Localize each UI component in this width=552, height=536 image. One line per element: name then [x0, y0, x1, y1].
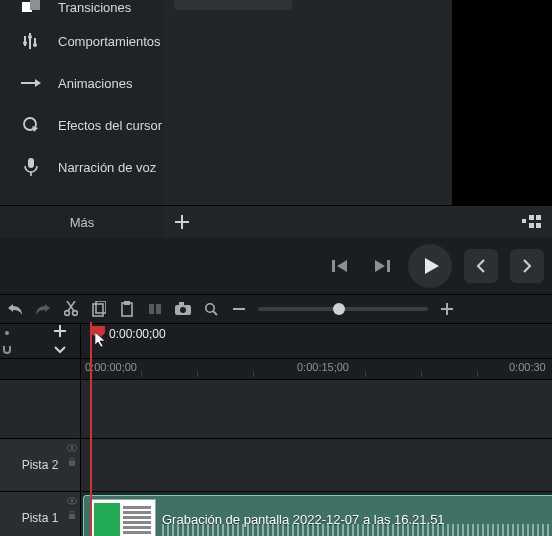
track-row: Pista 1 Grabación de pantalla 2022-12-07…	[0, 492, 552, 536]
svg-point-39	[206, 304, 214, 312]
behaviors-icon	[20, 33, 42, 49]
sidebar-item-label: Transiciones	[58, 0, 131, 15]
add-media-button[interactable]	[174, 214, 190, 230]
cursor-effects-icon	[20, 116, 42, 134]
tracks-area: Pista 2 Pista 1 Grabación de pantalla 20…	[0, 380, 552, 536]
svg-rect-38	[179, 302, 184, 305]
track-lane[interactable]	[81, 439, 552, 491]
step-forward-button[interactable]	[364, 247, 402, 285]
sidebar-item-label: Animaciones	[58, 76, 132, 91]
zoom-slider-thumb[interactable]	[333, 303, 345, 315]
sidebar-item-label: Narración de voz	[58, 160, 156, 175]
zoom-slider[interactable]	[258, 307, 428, 311]
svg-marker-9	[35, 79, 41, 87]
svg-marker-25	[425, 258, 439, 274]
undo-button[interactable]	[6, 300, 24, 318]
add-track-button[interactable]	[54, 325, 66, 340]
svg-marker-48	[95, 332, 105, 347]
copy-button[interactable]	[90, 300, 108, 318]
svg-point-6	[28, 35, 32, 39]
track-name: Pista 2	[22, 458, 59, 472]
svg-line-29	[67, 301, 74, 311]
step-back-button[interactable]	[320, 247, 358, 285]
svg-rect-24	[387, 260, 390, 272]
svg-rect-34	[149, 304, 154, 314]
track-name: Pista 1	[22, 511, 59, 525]
prev-marker-button[interactable]	[464, 249, 498, 283]
svg-line-40	[213, 311, 217, 315]
svg-rect-43	[441, 308, 453, 310]
sidebar-item-label: Efectos del cursor	[58, 118, 162, 133]
video-preview[interactable]	[452, 0, 552, 205]
magnet-icon[interactable]	[2, 345, 12, 355]
media-chip[interactable]	[174, 0, 292, 10]
zoom-out-button[interactable]	[230, 300, 248, 318]
clip-thumbnail	[90, 499, 156, 536]
sidebar-item-label: Comportamientos	[58, 34, 161, 49]
cut-button[interactable]	[62, 300, 80, 318]
clip-waveform	[162, 524, 552, 536]
track-row: Pista 2	[0, 439, 552, 492]
svg-rect-12	[28, 158, 34, 168]
sidebar-more-button[interactable]: Más	[0, 205, 164, 238]
lock-icon[interactable]	[67, 457, 77, 467]
ruler-tick-label: 0:00:15;00	[297, 361, 349, 373]
sidebar-item-animations[interactable]: Animaciones	[0, 62, 164, 104]
sidebar-item-cursor-effects[interactable]: Efectos del cursor	[0, 104, 164, 146]
snapshot-button[interactable]	[174, 300, 192, 318]
timeline-clip[interactable]: Grabación de pantalla 2022-12-07 a las 1…	[83, 495, 552, 536]
svg-rect-41	[233, 308, 245, 310]
svg-point-7	[33, 43, 37, 47]
svg-marker-22	[337, 260, 347, 272]
canvas-area[interactable]	[164, 0, 552, 205]
svg-point-53	[71, 500, 74, 503]
current-timecode: 0:00:00;00	[109, 327, 166, 341]
svg-rect-21	[332, 260, 335, 272]
svg-marker-23	[375, 260, 385, 272]
svg-rect-54	[69, 514, 75, 519]
collapse-tracks-button[interactable]	[54, 342, 66, 357]
track-header[interactable]: Pista 2	[0, 439, 81, 491]
lock-icon[interactable]	[67, 510, 77, 520]
timeline-toolbar	[0, 294, 552, 324]
dot-icon	[2, 328, 12, 338]
svg-rect-18	[536, 215, 541, 220]
sidebar-item-transitions[interactable]: Transiciones	[0, 0, 164, 20]
playhead-line[interactable]	[90, 322, 92, 536]
eye-icon[interactable]	[67, 443, 77, 453]
split-button[interactable]	[146, 300, 164, 318]
svg-rect-19	[529, 223, 534, 228]
timeline-ruler[interactable]: 0:00:00;00 0:00:15;00 0:00:30	[0, 359, 552, 380]
canvas-toolbar	[164, 205, 552, 238]
zoom-in-button[interactable]	[438, 300, 456, 318]
track-lane[interactable]: Grabación de pantalla 2022-12-07 a las 1…	[81, 492, 552, 536]
redo-button[interactable]	[34, 300, 52, 318]
track-header[interactable]: Pista 1	[0, 492, 81, 536]
eye-icon[interactable]	[67, 496, 77, 506]
svg-point-5	[23, 41, 27, 45]
canvas-layout-button[interactable]	[522, 215, 542, 229]
play-button[interactable]	[408, 244, 452, 288]
ruler-tick-label: 0:00:00;00	[85, 361, 137, 373]
svg-point-44	[5, 331, 9, 335]
svg-rect-17	[529, 215, 534, 220]
sidebar-item-voice-narration[interactable]: Narración de voz	[0, 146, 164, 188]
svg-rect-33	[124, 301, 130, 305]
svg-line-28	[68, 301, 75, 311]
sidebar-item-behaviors[interactable]: Comportamientos	[0, 20, 164, 62]
effects-sidebar: Transiciones Comportamientos Animaciones…	[0, 0, 164, 238]
svg-point-37	[180, 307, 186, 313]
svg-marker-16	[522, 219, 526, 223]
sidebar-more-label: Más	[70, 215, 95, 230]
track-gap	[0, 380, 552, 439]
zoom-button[interactable]	[202, 300, 220, 318]
paste-button[interactable]	[118, 300, 136, 318]
svg-rect-51	[69, 461, 75, 466]
transitions-icon	[20, 0, 42, 14]
next-marker-button[interactable]	[510, 249, 544, 283]
svg-rect-20	[536, 223, 541, 228]
ruler-tick-label: 0:00:30	[509, 361, 546, 373]
mouse-cursor-icon	[95, 332, 107, 351]
svg-rect-30	[93, 304, 103, 316]
svg-rect-1	[30, 0, 40, 10]
